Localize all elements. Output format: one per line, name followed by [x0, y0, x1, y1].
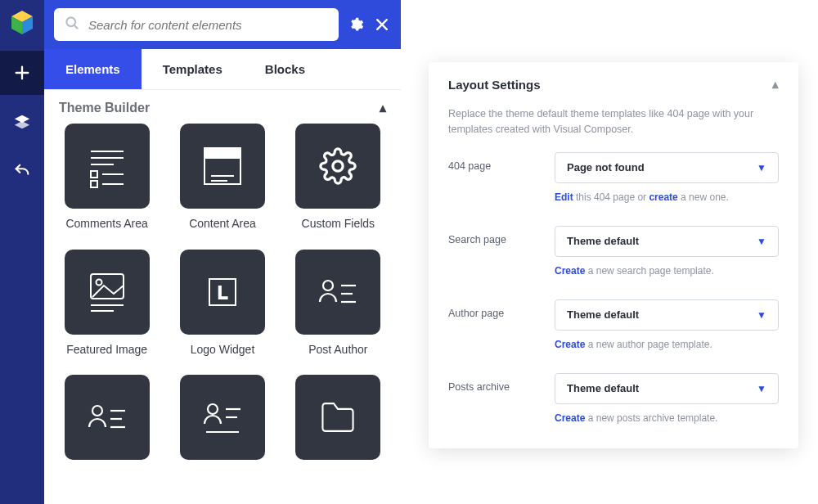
select-posts[interactable]: Theme default ▼ [555, 373, 779, 404]
undo-button[interactable] [0, 149, 44, 193]
svg-rect-19 [204, 148, 240, 158]
tabs: Elements Templates Blocks [44, 49, 401, 90]
tile-label: Featured Image [66, 343, 147, 358]
tab-blocks[interactable]: Blocks [244, 49, 326, 89]
tile-label: Post Author [308, 343, 367, 358]
hint-404: Edit this 404 page or create a new one. [555, 191, 779, 203]
chevron-up-icon[interactable]: ▴ [772, 77, 779, 92]
section-header[interactable]: Theme Builder ▴ [44, 90, 401, 124]
chevron-down-icon: ▼ [757, 162, 766, 173]
link-create-posts[interactable]: Create [555, 412, 585, 424]
logo [7, 8, 37, 38]
tile-featured-image[interactable] [65, 250, 150, 335]
select-404[interactable]: Page not found ▼ [555, 152, 779, 183]
label-author: Author page [448, 299, 555, 319]
select-author-value: Theme default [567, 308, 639, 321]
svg-rect-23 [91, 274, 124, 299]
tile-extra-3[interactable] [295, 375, 380, 460]
search-field[interactable] [54, 8, 339, 41]
svg-rect-16 [91, 181, 97, 187]
tab-templates[interactable]: Templates [142, 49, 244, 89]
svg-point-33 [92, 406, 102, 416]
tile-content-area[interactable] [180, 124, 265, 209]
tile-extra-1[interactable] [65, 375, 150, 460]
label-search: Search page [448, 226, 555, 245]
select-posts-value: Theme default [567, 382, 639, 394]
tile-comments-area[interactable] [65, 124, 150, 209]
svg-line-8 [74, 25, 78, 29]
search-input[interactable] [88, 18, 329, 32]
svg-point-29 [323, 281, 333, 290]
svg-point-24 [96, 279, 101, 285]
label-404: 404 page [448, 152, 555, 172]
link-create-404[interactable]: create [649, 191, 677, 203]
svg-point-22 [333, 161, 343, 171]
layers-button[interactable] [0, 100, 44, 144]
close-icon[interactable] [373, 16, 391, 34]
panel-description: Replace the theme default theme template… [448, 106, 779, 137]
select-404-value: Page not found [567, 161, 645, 173]
search-icon [64, 15, 80, 34]
add-elements-button[interactable] [0, 51, 44, 95]
hint-author: Create a new author page template. [555, 339, 779, 350]
tile-logo-widget[interactable]: L [180, 250, 265, 335]
chevron-up-icon: ▴ [380, 100, 386, 115]
svg-text:L: L [218, 282, 227, 303]
select-author[interactable]: Theme default ▼ [555, 299, 779, 331]
section-title: Theme Builder [59, 101, 150, 115]
chevron-down-icon: ▼ [757, 309, 766, 321]
chevron-down-icon: ▼ [757, 236, 766, 247]
label-posts: Posts archive [448, 373, 555, 393]
tile-label: Custom Fields [302, 217, 375, 232]
select-search[interactable]: Theme default ▼ [555, 226, 779, 257]
hint-posts: Create a new posts archive template. [555, 412, 779, 424]
layout-settings-panel: Layout Settings ▴ Replace the theme defa… [429, 62, 798, 448]
topbar [44, 0, 401, 49]
tile-label: Logo Widget [191, 343, 255, 358]
hint-search: Create a new search page template. [555, 265, 779, 277]
chevron-down-icon: ▼ [757, 383, 766, 394]
tab-elements[interactable]: Elements [44, 49, 142, 89]
settings-icon[interactable] [347, 16, 365, 34]
left-sidebar [0, 0, 44, 504]
link-create-author[interactable]: Create [555, 339, 585, 350]
tile-extra-2[interactable] [180, 375, 265, 460]
panel-title: Layout Settings [448, 78, 541, 92]
element-grid: Comments Area Content Area Custom Fields [44, 124, 401, 475]
tile-label: Content Area [189, 217, 256, 232]
tile-post-author[interactable] [295, 250, 380, 335]
svg-marker-6 [15, 121, 29, 128]
tile-custom-fields[interactable] [295, 124, 380, 209]
svg-rect-14 [91, 171, 97, 178]
select-search-value: Theme default [567, 235, 639, 247]
link-edit-404[interactable]: Edit [555, 191, 573, 203]
tile-label: Comments Area [65, 217, 147, 232]
svg-point-37 [208, 404, 218, 414]
link-create-search[interactable]: Create [555, 265, 585, 277]
